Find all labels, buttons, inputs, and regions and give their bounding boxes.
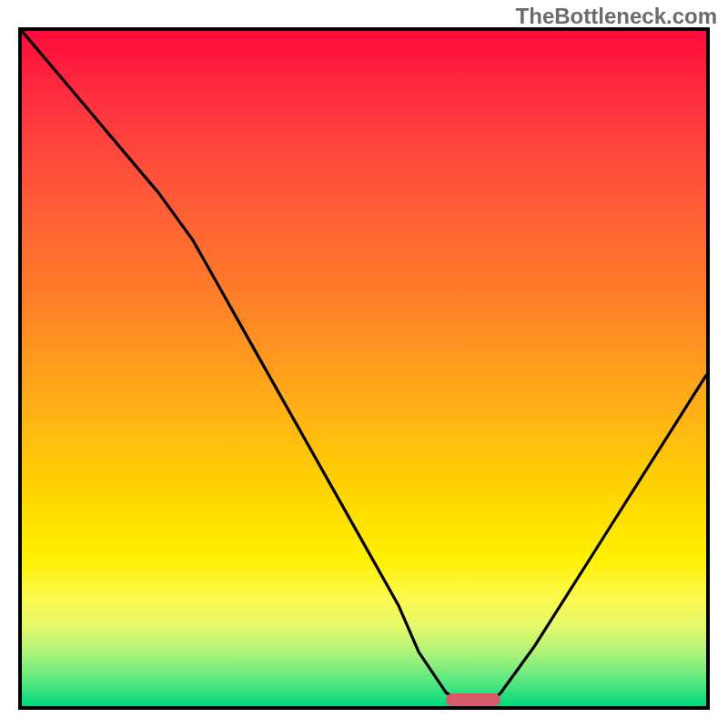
plot-frame — [18, 27, 710, 710]
watermark-text: TheBottleneck.com — [516, 4, 717, 29]
optimal-marker — [446, 693, 500, 706]
chart-container: TheBottleneck.com — [0, 0, 728, 728]
bottleneck-curve — [22, 31, 706, 706]
